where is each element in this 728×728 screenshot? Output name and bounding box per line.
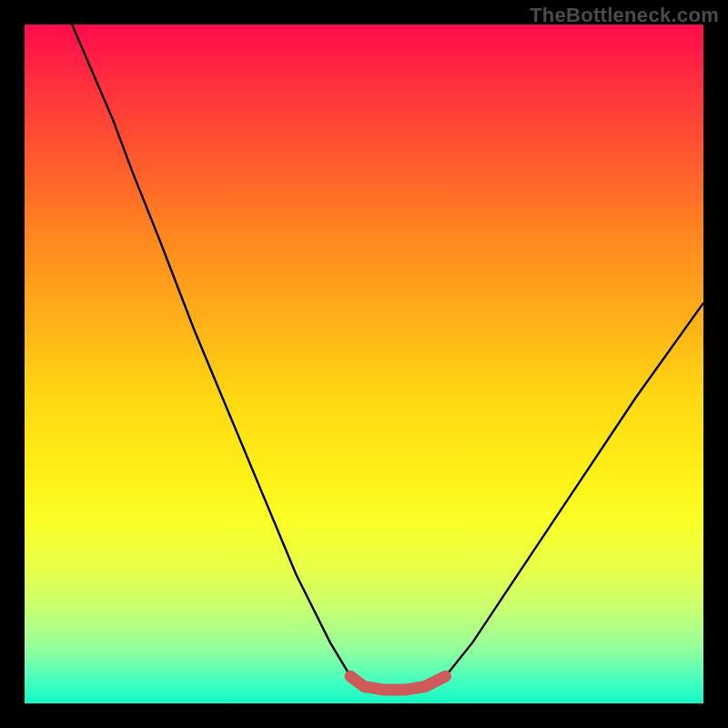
bottleneck-curve: [72, 25, 703, 690]
chart-frame: TheBottleneck.com: [0, 0, 728, 728]
plot-area: [25, 25, 703, 703]
curve-svg: [25, 25, 703, 703]
watermark-text: TheBottleneck.com: [530, 4, 719, 27]
minimum-band: [350, 676, 445, 690]
